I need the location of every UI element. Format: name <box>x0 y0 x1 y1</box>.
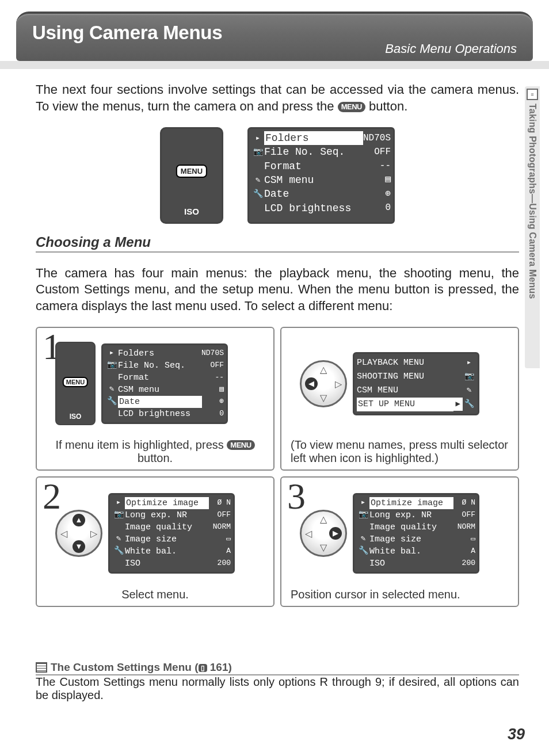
page-title: Using Camera Menus <box>32 22 517 44</box>
lcd-menu-row: Format-- <box>251 159 391 173</box>
choosing-menu-body: The camera has four main menus: the play… <box>36 265 519 314</box>
lcd-menu-row: ✎CSM menu▤ <box>105 384 224 396</box>
lcd-shooting-row: ISO200 <box>112 558 231 570</box>
footnote-heading-page: 161) <box>207 661 232 673</box>
lcd-menu-row: 📷File No. Seq.OFF <box>105 360 224 372</box>
lcd-menu-name-icon: 🔧 <box>463 398 475 410</box>
lcd-row-label: Folders <box>118 348 201 360</box>
lcd-menu-row: LCD brightness0 <box>105 408 224 420</box>
step1-camera-iso-label: ISO <box>70 413 82 421</box>
lcd-shooting-row: 🔧White bal.A <box>357 545 475 558</box>
menu-names-lcd: PLAYBACK MENU▸SHOOTING MENU📷CSM MENU✎SET… <box>353 352 479 415</box>
arrow-up-filled-icon: ▲ <box>73 514 85 526</box>
lcd-menu-name-row: SHOOTING MENU📷 <box>357 370 475 384</box>
lcd-shooting-row-label: Long exp. NR <box>125 509 209 521</box>
step-2-card: 2 ▲ ▼ ◁ ▷ ▸Optimize imageØ N📷Long exp. N… <box>36 476 274 607</box>
lcd-shooting-row-value: ▭ <box>209 534 231 544</box>
lcd-row-value: 0 <box>202 408 224 419</box>
step2-lcd: ▸Optimize imageØ N📷Long exp. NROFFImage … <box>108 493 235 574</box>
lcd-shooting-row-label: Optimize image <box>369 497 453 509</box>
lcd-shooting-row-label: Image quality <box>369 521 453 533</box>
footnote-heading: The Custom Settings Menu (▯ 161) <box>36 661 519 675</box>
arrow-left-outline-icon: ◁ <box>60 528 67 539</box>
lcd-row-value: ▤ <box>364 174 391 186</box>
lcd-row-value: ND70S <box>363 132 391 145</box>
lcd-shooting-row: ✎Image size▭ <box>357 533 475 545</box>
lcd-row-icon: 📷 <box>251 147 264 158</box>
arrow-up-icon: △ <box>320 364 327 375</box>
lcd-row-label: Format <box>264 159 364 173</box>
step-1-card-right: △ ▽ ◀ ▷ PLAYBACK MENU▸SHOOTING MENU📷CSM … <box>280 327 519 471</box>
lcd-shooting-row-value: 200 <box>209 558 231 568</box>
lcd-shooting-row-label: ISO <box>369 558 453 570</box>
lcd-menu-row: 🔧Date⊕ <box>105 396 224 408</box>
lcd-row-label: File No. Seq. <box>118 360 202 372</box>
page-number: 39 <box>508 726 525 743</box>
step1-camera-menu-button: MENU <box>63 377 88 387</box>
choosing-menu-heading: Choosing a Menu <box>36 234 519 253</box>
lcd-menu-name-icon: ✎ <box>463 384 475 396</box>
step2-caption: Select menu. <box>43 588 268 601</box>
side-tab-text: Taking Photographs—Using Camera Menus <box>527 104 537 299</box>
page-header: Using Camera Menus Basic Menu Operations <box>16 12 533 61</box>
lcd-shooting-row: 📷Long exp. NROFF <box>112 509 231 521</box>
lcd-row-value: 0 <box>364 202 391 215</box>
lcd-shooting-row-label: Image quality <box>125 521 209 533</box>
lcd-row-icon: 🔧 <box>105 396 118 407</box>
lcd-row-label: File No. Seq. <box>264 145 364 159</box>
lcd-shooting-row-icon: 🔧 <box>357 545 369 557</box>
step-number-2: 2 <box>43 475 61 518</box>
lcd-menu-row: 🔧Date⊕ <box>251 187 391 201</box>
step1-menu-badge: MENU <box>227 440 254 450</box>
lcd-row-icon: 📷 <box>105 360 118 371</box>
lcd-shooting-row-label: ISO <box>125 558 209 570</box>
lcd-row-label: Date <box>264 187 364 201</box>
lcd-shooting-row-value: NORM <box>453 522 475 532</box>
lcd-menu-name-row: PLAYBACK MENU▸ <box>357 356 475 370</box>
lcd-row-icon: ✎ <box>251 175 264 186</box>
lcd-menu-row: 📷File No. Seq.OFF <box>251 145 391 159</box>
lcd-shooting-row-label: Image size <box>369 533 453 545</box>
document-icon <box>36 662 47 673</box>
lcd-shooting-row-icon: ▸ <box>112 497 125 509</box>
lcd-shooting-row-icon: ✎ <box>357 533 369 545</box>
step-1-card-left: 1 MENU ISO ▸FoldersND70S📷File No. Seq.OF… <box>36 327 274 471</box>
lcd-menu-name-label: SHOOTING MENU <box>357 370 463 384</box>
step3-caption: Position cursor in selected menu. <box>287 588 512 601</box>
lcd-menu-row: ▸FoldersND70S <box>251 131 391 145</box>
step-number-3: 3 <box>287 475 306 518</box>
step1-lcd: ▸FoldersND70S📷File No. Seq.OFFFormat--✎C… <box>101 343 228 424</box>
intro-text-after: button. <box>369 99 407 113</box>
lcd-shooting-row: ▸Optimize imageØ N <box>112 497 231 509</box>
multi-selector-updown: ▲ ▼ ◁ ▷ <box>55 510 102 557</box>
side-tab: ≡ Taking Photographs—Using Camera Menus <box>525 86 540 368</box>
lcd-shooting-row-icon: 📷 <box>357 509 369 521</box>
footnote-heading-before: The Custom Settings Menu ( <box>51 661 199 673</box>
arrow-down-filled-icon: ▼ <box>73 540 85 553</box>
lcd-shooting-row-label: Optimize image <box>125 497 209 509</box>
lcd-row-label: Format <box>118 372 202 384</box>
lcd-shooting-row-value: NORM <box>209 522 231 532</box>
arrow-right-filled-icon: ▶ <box>329 527 342 540</box>
lcd-row-label: CSM menu <box>264 173 364 187</box>
footnote-body: The Custom Settings menu normally lists … <box>36 675 519 702</box>
step1-caption: If menu item is highlighted, press MENU … <box>43 438 268 465</box>
menu-button-badge: MENU <box>338 102 365 113</box>
lcd-shooting-row: Image qualityNORM <box>112 521 231 533</box>
arrow-left-icon: ◀ <box>305 377 318 390</box>
intro-text-before: The next four sections involve settings … <box>36 82 519 113</box>
lcd-menu-name-label: CSM MENU <box>357 384 463 398</box>
step-3-card: 3 △ ▽ ◁ ▶ ▸Optimize imageØ N📷Long exp. N… <box>280 476 519 607</box>
lcd-row-label: Folders <box>264 131 363 145</box>
menu-list-icon: ≡ <box>527 89 538 100</box>
lcd-shooting-row-icon: 🔧 <box>112 545 125 557</box>
lcd-row-value: OFF <box>364 146 391 159</box>
lcd-shooting-row-label: Image size <box>125 533 209 545</box>
step1-caption-before: If menu item is highlighted, press <box>55 438 227 451</box>
lcd-shooting-row-value: 200 <box>453 558 475 568</box>
lcd-row-label: LCD brightness <box>264 201 364 215</box>
lcd-shooting-row-value: ▭ <box>453 534 475 544</box>
lcd-menu-name-label: SET UP MENU <box>357 398 453 411</box>
lcd-shooting-row: 🔧White bal.A <box>112 545 231 558</box>
lcd-menu-row: ✎CSM menu▤ <box>251 173 391 187</box>
